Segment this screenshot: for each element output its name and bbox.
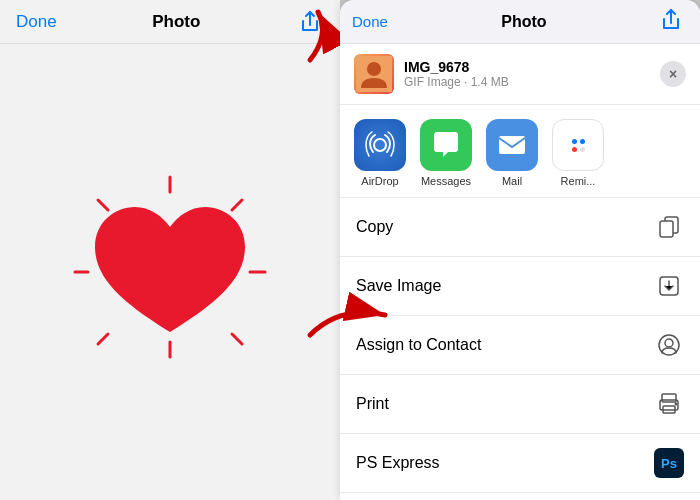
print-svg <box>657 392 681 416</box>
dot-red-1 <box>572 147 577 152</box>
svg-point-18 <box>665 339 673 347</box>
svg-point-11 <box>367 62 381 76</box>
save-image-action[interactable]: Save Image <box>340 257 700 316</box>
mail-label: Mail <box>502 175 522 187</box>
svg-rect-19 <box>662 394 676 402</box>
share-sheet-topbar: Done Photo <box>340 0 700 44</box>
share-sheet-title: Photo <box>501 13 546 31</box>
copy-icon <box>654 212 684 242</box>
mail-app-item[interactable]: Mail <box>482 119 542 187</box>
dot-blue-1 <box>572 139 577 144</box>
left-panel: Done Photo <box>0 0 340 500</box>
share-icon-2 <box>660 9 682 31</box>
airdrop-svg <box>365 130 395 160</box>
ps-logo: Ps <box>654 448 684 478</box>
save-image-icon <box>654 271 684 301</box>
copy-label: Copy <box>356 218 654 236</box>
reminders-app-item[interactable]: Remi... <box>548 119 608 187</box>
share-sheet-done-button[interactable]: Done <box>352 13 388 30</box>
assign-contact-label: Assign to Contact <box>356 336 654 354</box>
messages-svg <box>430 129 462 161</box>
file-info-row: IMG_9678 GIF Image · 1.4 MB × <box>340 44 700 105</box>
print-action[interactable]: Print <box>340 375 700 434</box>
assign-contact-icon <box>654 330 684 360</box>
reminders-label: Remi... <box>561 175 596 187</box>
save-image-label: Save Image <box>356 277 654 295</box>
svg-line-7 <box>98 334 108 344</box>
svg-rect-13 <box>499 136 525 154</box>
dot-gray-1 <box>580 147 585 152</box>
ps-express-action[interactable]: PS Express Ps <box>340 434 700 493</box>
photo-area <box>0 44 340 500</box>
print-icon <box>654 389 684 419</box>
heart-image <box>70 172 270 372</box>
messages-icon <box>420 119 472 171</box>
done-button[interactable]: Done <box>16 12 57 32</box>
file-name: IMG_9678 <box>404 59 660 75</box>
mail-svg <box>496 129 528 161</box>
dots-icon <box>553 119 603 171</box>
right-panel: Done Photo IMG_9678 <box>340 0 700 500</box>
svg-line-8 <box>232 334 242 344</box>
actions-list: Copy Save Image <box>340 198 700 500</box>
svg-line-6 <box>232 200 242 210</box>
top-bar: Done Photo <box>0 0 340 44</box>
save-svg <box>658 275 680 297</box>
svg-point-12 <box>374 139 386 151</box>
file-info-text: IMG_9678 GIF Image · 1.4 MB <box>404 59 660 89</box>
svg-rect-15 <box>660 221 673 237</box>
share-icon <box>299 11 321 33</box>
messages-label: Messages <box>421 175 471 187</box>
share-sheet-topbar-share[interactable] <box>660 9 688 35</box>
contact-svg <box>657 333 681 357</box>
airdrop-label: AirDrop <box>361 175 398 187</box>
dot-group-2 <box>572 147 585 152</box>
file-thumbnail <box>354 54 394 94</box>
reminders-icon <box>552 119 604 171</box>
airdrop-app-item[interactable]: AirDrop <box>350 119 410 187</box>
apps-row: AirDrop Messages Mail <box>340 105 700 198</box>
thumbnail-image <box>356 56 392 92</box>
print-label: Print <box>356 395 654 413</box>
close-button[interactable]: × <box>660 61 686 87</box>
svg-line-5 <box>98 200 108 210</box>
assign-contact-action[interactable]: Assign to Contact <box>340 316 700 375</box>
ps-express-icon: Ps <box>654 448 684 478</box>
copy-svg <box>658 216 680 238</box>
page-title: Photo <box>152 12 200 32</box>
file-meta: GIF Image · 1.4 MB <box>404 75 660 89</box>
airdrop-icon <box>354 119 406 171</box>
copy-action[interactable]: Copy <box>340 198 700 257</box>
share-button[interactable] <box>296 8 324 36</box>
dot-blue-2 <box>580 139 585 144</box>
svg-point-22 <box>675 403 678 406</box>
add-shared-album-action[interactable]: Add to Shared Album <box>340 493 700 500</box>
share-sheet: Done Photo IMG_9678 <box>340 0 700 500</box>
messages-app-item[interactable]: Messages <box>416 119 476 187</box>
ps-express-label: PS Express <box>356 454 654 472</box>
mail-icon <box>486 119 538 171</box>
dot-group-1 <box>572 139 585 144</box>
